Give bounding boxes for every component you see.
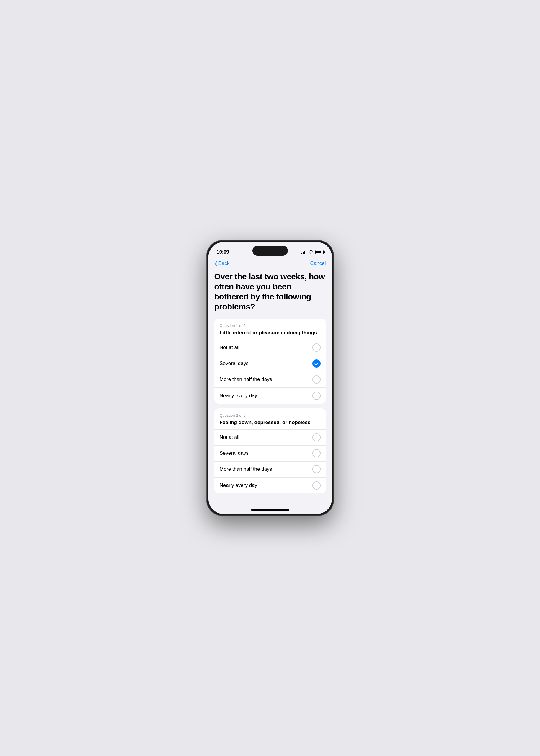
question-label-2: Question 2 of 9: [220, 413, 321, 417]
q1-option-0-label: Not at all: [220, 345, 239, 351]
q1-radio-0[interactable]: [312, 344, 321, 352]
q1-option-3[interactable]: Nearly every day: [214, 388, 326, 404]
status-time: 10:09: [217, 249, 229, 255]
q1-option-1[interactable]: Several days: [214, 356, 326, 372]
q1-option-3-label: Nearly every day: [220, 393, 257, 399]
cancel-button[interactable]: Cancel: [310, 260, 326, 266]
q2-option-1[interactable]: Several days: [214, 446, 326, 462]
q2-option-2[interactable]: More than half the days: [214, 462, 326, 478]
question-card-1: Question 1 of 9 Little interest or pleas…: [214, 319, 326, 404]
q1-option-2[interactable]: More than half the days: [214, 372, 326, 388]
q1-option-1-label: Several days: [220, 361, 249, 367]
q2-radio-2[interactable]: [312, 465, 321, 473]
wifi-icon: [309, 250, 313, 254]
q1-radio-3[interactable]: [312, 391, 321, 400]
question-header-1: Question 1 of 9 Little interest or pleas…: [214, 319, 326, 340]
question-header-2: Question 2 of 9 Feeling down, depressed,…: [214, 408, 326, 430]
q2-option-0[interactable]: Not at all: [214, 430, 326, 446]
q1-option-2-label: More than half the days: [220, 377, 272, 382]
question-card-2: Question 2 of 9 Feeling down, depressed,…: [214, 408, 326, 494]
home-indicator: [208, 506, 332, 514]
phone-device: 10:09: [207, 240, 334, 516]
question-text-2: Feeling down, depressed, or hopeless: [220, 419, 321, 426]
status-icons: [302, 250, 324, 254]
main-question-text: Over the last two weeks, how often have …: [214, 272, 326, 312]
question-label-1: Question 1 of 9: [220, 323, 321, 328]
home-bar: [251, 509, 289, 511]
q2-radio-0[interactable]: [312, 433, 321, 441]
q1-option-0[interactable]: Not at all: [214, 340, 326, 356]
q2-option-3-label: Nearly every day: [220, 483, 257, 489]
nav-bar: Back Cancel: [208, 258, 332, 269]
dynamic-island: [252, 246, 288, 256]
q2-option-3[interactable]: Nearly every day: [214, 478, 326, 494]
scroll-content[interactable]: Over the last two weeks, how often have …: [208, 269, 332, 506]
q1-radio-1[interactable]: [312, 360, 321, 368]
battery-icon: [315, 250, 324, 254]
question-text-1: Little interest or pleasure in doing thi…: [220, 330, 321, 336]
q2-radio-1[interactable]: [312, 449, 321, 457]
q2-option-2-label: More than half the days: [220, 466, 272, 472]
chevron-left-icon: [214, 261, 217, 266]
back-label: Back: [218, 260, 230, 266]
q2-radio-3[interactable]: [312, 481, 321, 490]
q1-radio-2[interactable]: [312, 376, 321, 383]
status-bar: 10:09: [208, 242, 332, 258]
phone-screen: 10:09: [208, 242, 332, 514]
signal-icon: [302, 250, 307, 254]
q2-option-0-label: Not at all: [220, 434, 239, 440]
q2-option-1-label: Several days: [220, 450, 249, 456]
back-button[interactable]: Back: [214, 260, 230, 266]
